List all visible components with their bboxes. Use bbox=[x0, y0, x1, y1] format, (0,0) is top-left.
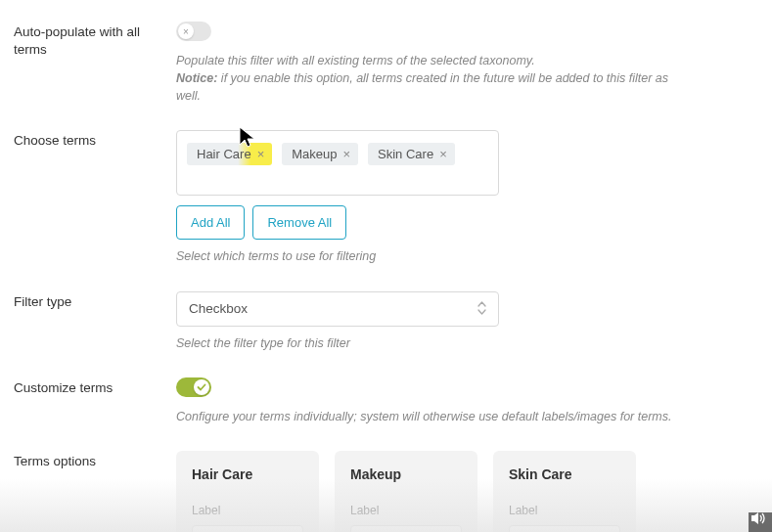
filter-type-select[interactable]: Checkbox bbox=[176, 291, 499, 327]
tag-remove-icon[interactable]: × bbox=[342, 148, 350, 160]
tag-remove-icon[interactable]: × bbox=[439, 148, 447, 160]
tag-skin-care[interactable]: Skin Care × bbox=[368, 143, 455, 165]
customize-terms-helper: Configure your terms individually; syste… bbox=[176, 408, 685, 425]
check-icon bbox=[194, 379, 209, 395]
auto-populate-toggle[interactable]: × bbox=[176, 22, 211, 41]
terms-tag-input[interactable]: Hair Care × Makeup × Skin Care × bbox=[176, 130, 499, 196]
term-label-input[interactable] bbox=[509, 525, 620, 532]
term-card-title: Skin Care bbox=[509, 466, 620, 482]
auto-populate-helper: Populate this filter with all existing t… bbox=[176, 52, 685, 105]
term-label-input[interactable] bbox=[350, 525, 462, 532]
auto-populate-label: Auto-populate with all terms bbox=[0, 22, 176, 59]
tag-label: Skin Care bbox=[378, 147, 433, 161]
term-card-makeup: Makeup Label bbox=[335, 451, 477, 532]
terms-options-label: Terms options bbox=[0, 451, 176, 470]
term-card-title: Hair Care bbox=[192, 466, 303, 482]
add-all-button[interactable]: Add All bbox=[176, 205, 245, 240]
close-icon: × bbox=[178, 23, 194, 39]
tag-label: Hair Care bbox=[197, 147, 251, 161]
chevron-updown-icon bbox=[477, 301, 486, 317]
term-card-skin-care: Skin Care Label bbox=[493, 451, 636, 532]
volume-icon[interactable] bbox=[750, 511, 766, 528]
customize-terms-toggle[interactable] bbox=[176, 377, 211, 397]
choose-terms-label: Choose terms bbox=[0, 130, 176, 150]
filter-type-label: Filter type bbox=[0, 291, 176, 311]
remove-all-button[interactable]: Remove All bbox=[252, 205, 346, 240]
select-value: Checkbox bbox=[189, 301, 248, 316]
term-label-input[interactable] bbox=[192, 525, 303, 532]
tag-hair-care[interactable]: Hair Care × bbox=[187, 143, 272, 165]
term-card-label-heading: Label bbox=[192, 504, 303, 517]
term-card-hair-care: Hair Care Label bbox=[176, 451, 319, 532]
term-card-label-heading: Label bbox=[509, 504, 620, 517]
filter-type-helper: Select the filter type for this filter bbox=[176, 334, 685, 352]
term-card-label-heading: Label bbox=[350, 504, 462, 517]
tag-remove-icon[interactable]: × bbox=[257, 148, 265, 160]
term-card-title: Makeup bbox=[350, 466, 462, 482]
customize-terms-label: Customize terms bbox=[0, 377, 176, 397]
choose-terms-helper: Select which terms to use for filtering bbox=[176, 247, 685, 265]
tag-makeup[interactable]: Makeup × bbox=[282, 143, 358, 165]
tag-label: Makeup bbox=[292, 147, 337, 161]
